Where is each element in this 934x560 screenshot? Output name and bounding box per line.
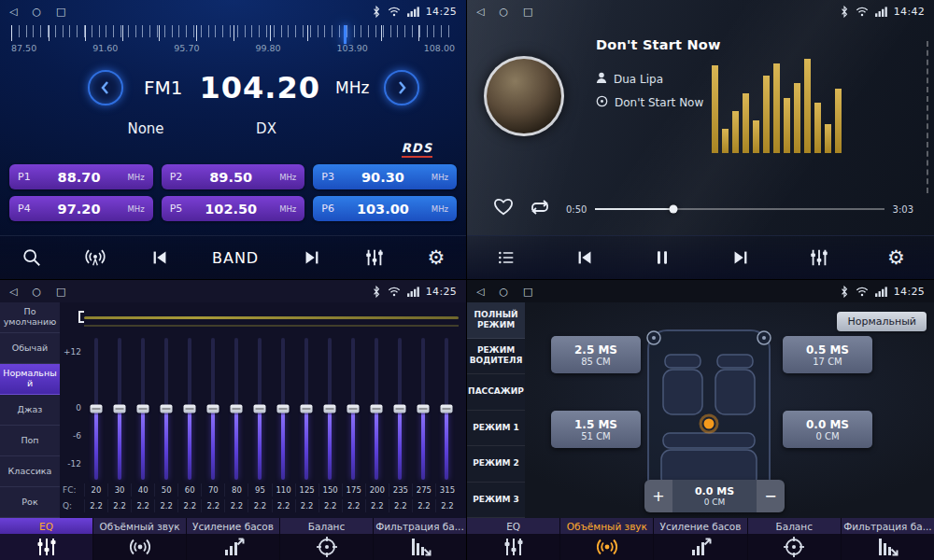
tab-balance[interactable]: Баланс [748, 518, 842, 560]
slider-handle[interactable] [206, 405, 219, 413]
decrease-button[interactable]: − [757, 480, 785, 512]
surround-preset-button[interactable]: Нормальный [837, 312, 927, 331]
favorite-icon[interactable] [493, 198, 514, 220]
progress-track[interactable] [595, 208, 884, 210]
tab-surround[interactable]: Объёмный звук [560, 518, 654, 560]
preset-p5-button[interactable]: P5102.50MHz [162, 196, 305, 221]
slider-handle[interactable] [160, 405, 172, 413]
recents-icon[interactable]: □ [523, 286, 532, 298]
slider-track[interactable] [398, 338, 402, 480]
home-icon[interactable]: ○ [32, 286, 41, 298]
slider-track[interactable] [328, 338, 332, 480]
delay-rear-left-button[interactable]: 1.5 MS 51 CM [551, 411, 641, 448]
home-icon[interactable]: ○ [499, 6, 508, 18]
slider-handle[interactable] [371, 405, 383, 413]
eq-preset-item[interactable]: Обычай [0, 333, 60, 364]
slider-handle[interactable] [441, 405, 453, 413]
slider-track[interactable] [421, 338, 425, 480]
broadcast-scan-icon[interactable] [84, 247, 106, 268]
slider-handle[interactable] [90, 405, 102, 413]
tab-bass-boost[interactable]: Усиление басов [654, 518, 747, 560]
next-track-icon[interactable] [730, 247, 751, 268]
slider-track[interactable] [164, 338, 168, 480]
eq-preset-item[interactable]: Нормальный [0, 364, 60, 395]
slider-track[interactable] [258, 338, 262, 480]
back-icon[interactable]: ◁ [9, 6, 17, 18]
tab-eq[interactable]: EQ [467, 518, 560, 560]
surround-mode-item[interactable]: ПОЛНЫЙ РЕЖИМ [467, 302, 525, 339]
slider-track[interactable] [211, 338, 215, 480]
previous-track-icon[interactable] [574, 247, 595, 268]
slider-track[interactable] [304, 338, 308, 480]
slider-handle[interactable] [324, 405, 336, 413]
surround-mode-item[interactable]: РЕЖИМ 1 [467, 411, 525, 447]
preset-p1-button[interactable]: P188.70MHz [9, 164, 153, 189]
slider-track[interactable] [141, 338, 145, 480]
slider-track[interactable] [118, 338, 121, 480]
slider-handle[interactable] [417, 405, 430, 413]
pause-icon[interactable] [653, 247, 672, 268]
back-icon[interactable]: ◁ [476, 286, 484, 298]
recents-icon[interactable]: □ [56, 286, 65, 298]
back-icon[interactable]: ◁ [476, 6, 484, 18]
home-icon[interactable]: ○ [499, 286, 508, 298]
preset-p6-button[interactable]: P6103.00MHz [313, 196, 457, 221]
audio-settings-icon[interactable] [364, 247, 385, 268]
tune-up-button[interactable] [384, 70, 419, 105]
dx-mode-label[interactable]: DX [256, 120, 276, 137]
slider-handle[interactable] [277, 405, 290, 413]
frequency-marker[interactable] [344, 25, 347, 44]
surround-mode-item[interactable]: РЕЖИМ 2 [467, 446, 525, 483]
slider-handle[interactable] [394, 405, 406, 413]
eq-preset-item[interactable]: Джаз [0, 395, 60, 426]
tab-bass-boost[interactable]: Усиление басов [187, 518, 280, 560]
progress-knob[interactable] [669, 205, 677, 214]
tab-surround[interactable]: Объёмный звук [93, 518, 187, 560]
slider-track[interactable] [281, 338, 285, 480]
frequency-ruler[interactable]: 87.50 91.60 95.70 99.80 103.90 108.00 [11, 25, 455, 59]
repeat-icon[interactable] [529, 198, 551, 220]
slider-track[interactable] [375, 338, 378, 480]
band-button[interactable]: BAND [212, 249, 259, 267]
slider-track[interactable] [351, 338, 355, 480]
gear-icon[interactable]: ⚙ [427, 248, 445, 268]
recents-icon[interactable]: □ [523, 6, 532, 18]
mixer-icon[interactable] [809, 247, 829, 268]
slider-handle[interactable] [253, 405, 265, 413]
slider-handle[interactable] [136, 405, 149, 413]
preset-p2-button[interactable]: P289.50MHz [162, 164, 305, 189]
delay-rear-right-button[interactable]: 0.0 MS 0 CM [783, 411, 872, 448]
previous-icon[interactable] [149, 247, 170, 268]
increase-button[interactable]: + [644, 480, 672, 512]
search-icon[interactable] [21, 247, 42, 268]
recents-icon[interactable]: □ [56, 6, 65, 18]
delay-front-left-button[interactable]: 2.5 MS 85 CM [551, 336, 641, 373]
eq-preset-item[interactable]: Рок [0, 487, 60, 518]
slider-track[interactable] [94, 338, 98, 480]
tab-eq[interactable]: EQ [0, 518, 93, 560]
slider-track[interactable] [188, 338, 191, 480]
surround-mode-item[interactable]: РЕЖИМ ВОДИТЕЛЯ [467, 339, 525, 375]
preset-p3-button[interactable]: P390.30MHz [313, 164, 457, 189]
slider-handle[interactable] [113, 405, 125, 413]
slider-track[interactable] [445, 338, 448, 480]
slider-track[interactable] [234, 338, 238, 480]
delay-front-right-button[interactable]: 0.5 MS 17 CM [783, 336, 872, 373]
home-icon[interactable]: ○ [32, 6, 41, 18]
tab-filter[interactable]: Фильтрация ба... [842, 518, 934, 560]
next-icon[interactable] [302, 247, 322, 268]
slider-handle[interactable] [230, 405, 242, 413]
surround-mode-item[interactable]: ПАССАЖИР [467, 374, 525, 411]
back-icon[interactable]: ◁ [9, 286, 17, 298]
eq-preset-item[interactable]: Классика [0, 456, 60, 487]
gear-icon[interactable]: ⚙ [887, 248, 905, 268]
tab-balance[interactable]: Баланс [280, 518, 374, 560]
surround-mode-item[interactable]: РЕЖИМ 3 [467, 483, 525, 519]
tune-down-button[interactable] [88, 70, 123, 105]
slider-handle[interactable] [183, 405, 195, 413]
eq-preset-item[interactable]: По умолчанию [0, 302, 60, 333]
playlist-icon[interactable] [496, 248, 517, 267]
slider-handle[interactable] [347, 405, 360, 413]
eq-preset-item[interactable]: Поп [0, 426, 60, 456]
preset-p4-button[interactable]: P497.20MHz [9, 196, 153, 221]
